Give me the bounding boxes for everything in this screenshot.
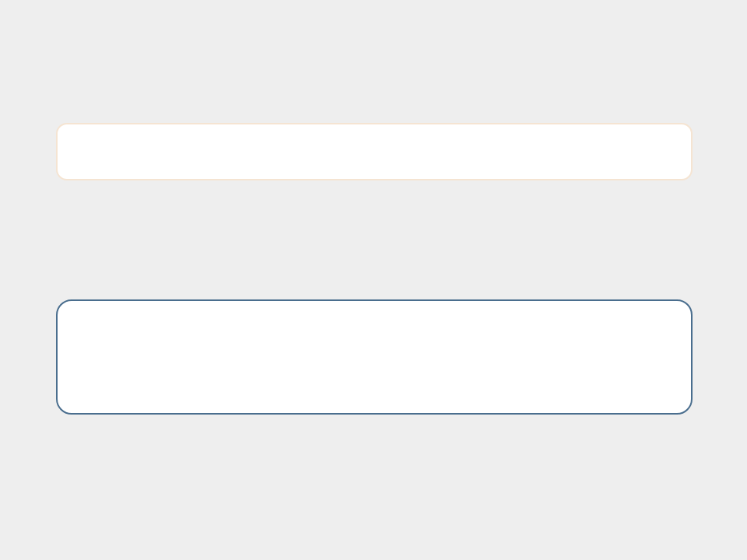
bottom-rounded-box [56, 299, 693, 415]
top-rounded-box [56, 123, 693, 180]
